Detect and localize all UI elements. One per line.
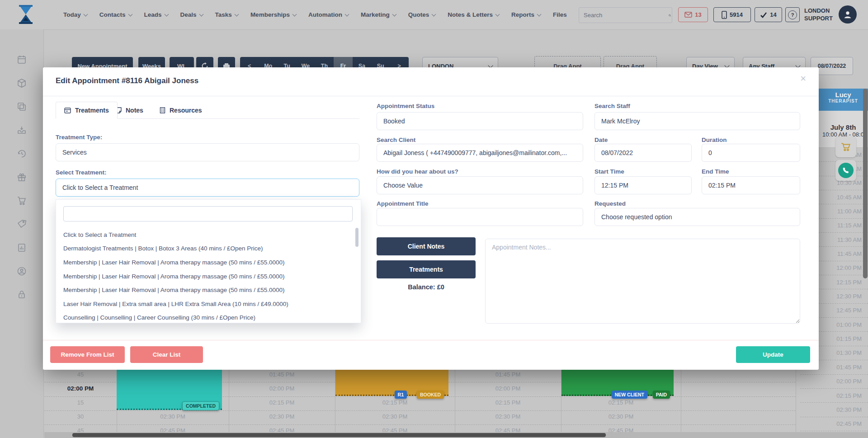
search-icon[interactable]	[668, 11, 672, 19]
nav-reports[interactable]: Reports	[511, 11, 541, 18]
dropdown-option[interactable]: Membership | Laser Hair Removal | Aroma …	[56, 283, 361, 297]
dropdown-option[interactable]: Membership | Laser Hair Removal | Aroma …	[56, 255, 361, 269]
clear-list-button[interactable]: Clear List	[130, 346, 203, 363]
time-slot[interactable]: 02:00 PM	[800, 375, 868, 389]
main-nav: Today Contacts Leads Deals Tasks Members…	[63, 0, 567, 29]
envelope-icon	[684, 12, 692, 18]
nav-notes-letters[interactable]: Notes & Letters	[448, 11, 499, 18]
appointment-block-completed[interactable]: COMPLETED	[117, 370, 222, 410]
status-badge-new-client: NEW CLIENT	[612, 391, 647, 399]
help-button[interactable]: ?	[785, 7, 800, 22]
user-avatar[interactable]	[839, 5, 857, 24]
dropdown-scrollbar-thumb[interactable]	[355, 228, 359, 247]
time-slot-label[interactable]: 02:15 PM	[561, 399, 681, 406]
price-tag-icon[interactable]	[17, 219, 27, 229]
close-icon[interactable]: ×	[800, 73, 806, 85]
time-slot-label[interactable]: 02:15 PM	[229, 399, 335, 406]
lock-icon[interactable]	[17, 290, 27, 300]
chevron-down-icon	[432, 12, 436, 16]
contact-icon[interactable]	[17, 266, 27, 276]
time-slot-label[interactable]: 02:30 PM	[561, 413, 681, 420]
treatments-button[interactable]: Treatments	[377, 260, 476, 278]
client-input[interactable]: Abigail Joness ( +447490009777, abigailj…	[377, 144, 583, 162]
treatment-options-list: Click to Select a TreatmentDermatologist…	[56, 228, 361, 323]
nav-deals[interactable]: Deals	[180, 11, 203, 18]
search-input[interactable]	[579, 12, 668, 19]
remove-from-list-button[interactable]: Remove From List	[50, 346, 125, 363]
select-treatment-combobox[interactable]: Click to Select a Treatment	[56, 179, 359, 197]
nav-automation[interactable]: Automation	[308, 11, 349, 18]
vertical-scrollbar[interactable]	[863, 89, 868, 278]
time-slot-label[interactable]: 02:00 PM	[455, 385, 561, 392]
pos-cart-button[interactable]	[835, 137, 856, 157]
nav-leads[interactable]: Leads	[144, 11, 168, 18]
time-slot-label[interactable]: 02:00 PM	[229, 385, 335, 392]
time-slot-label[interactable]: 02:15 PM	[335, 399, 455, 406]
time-slot-label[interactable]: 02:15 PM	[455, 399, 561, 406]
update-button[interactable]: Update	[736, 346, 810, 363]
call-button[interactable]	[835, 160, 856, 181]
time-slot-label[interactable]: 02:30 PM	[455, 413, 561, 420]
time-slot[interactable]: 02:30 PM	[800, 403, 868, 417]
appointment-block-new-client[interactable]: NEW CLIENT PAID	[561, 370, 674, 396]
status-select[interactable]: Booked	[377, 112, 583, 130]
start-time-input[interactable]: 12:15 PM	[594, 176, 692, 194]
nav-memberships[interactable]: Memberships	[250, 11, 296, 18]
nav-files[interactable]: Files	[553, 11, 567, 18]
package-icon[interactable]	[17, 78, 27, 88]
calendar-icon[interactable]	[17, 55, 27, 65]
time-slot[interactable]: 02:45 PM	[800, 417, 868, 431]
time-slot[interactable]: 02:15 PM	[800, 389, 868, 403]
global-search	[579, 7, 672, 23]
tab-resources[interactable]: Resources	[151, 102, 210, 119]
time-slot-label[interactable]: 02:30 PM	[229, 413, 335, 420]
nav-contacts[interactable]: Contacts	[99, 11, 132, 18]
time-slot-label[interactable]: 01:45 PM	[229, 371, 335, 378]
appointment-title-input[interactable]	[377, 208, 583, 226]
date-input[interactable]: 08/07/2022	[594, 144, 692, 162]
status-badge-paid: PAID	[653, 391, 670, 399]
nav-marketing[interactable]: Marketing	[361, 11, 396, 18]
mail-notifications-button[interactable]: 13	[678, 7, 708, 22]
time-slot-label[interactable]: 02:30 PM	[117, 413, 229, 420]
card-icon	[64, 108, 71, 113]
dropdown-option[interactable]: Membership | Laser Hair Removal | Aroma …	[56, 269, 361, 283]
duration-input[interactable]: 0	[702, 144, 800, 162]
tab-treatments[interactable]: Treatments	[56, 102, 118, 119]
dropdown-option[interactable]: Laser Hair Removal | Extra small area | …	[56, 297, 361, 311]
staff-input[interactable]: Mark McElroy	[594, 112, 800, 130]
horizontal-scrollbar-thumb[interactable]	[72, 433, 606, 437]
gutter-label: 15	[44, 399, 117, 406]
treatment-type-select[interactable]: Services	[56, 143, 359, 161]
dropdown-option[interactable]: Counselling | Counselling | Career Couns…	[56, 311, 361, 323]
task-count: 14	[770, 11, 776, 18]
copy-icon[interactable]	[17, 102, 27, 112]
nav-tasks[interactable]: Tasks	[215, 11, 238, 18]
client-notes-button[interactable]: Client Notes	[377, 237, 476, 255]
requested-select[interactable]: Choose requested option	[594, 208, 800, 226]
history-icon[interactable]	[17, 149, 27, 159]
chevron-down-icon	[292, 12, 297, 16]
building-icon	[160, 107, 165, 113]
appointment-notes-textarea[interactable]	[485, 239, 800, 324]
nav-quotes[interactable]: Quotes	[408, 11, 436, 18]
time-slot-label[interactable]: 01:45 PM	[455, 371, 561, 378]
report-icon[interactable]	[17, 243, 27, 253]
dropdown-option[interactable]: Click to Select a Treatment	[56, 228, 361, 242]
dropdown-option[interactable]: Dermatologist Treatments | Botox | Botox…	[56, 242, 361, 256]
tasks-done-button[interactable]: 14	[755, 7, 782, 22]
hear-about-select[interactable]: Choose Value	[377, 176, 583, 194]
treatment-dropdown-search-input[interactable]	[63, 206, 353, 221]
nav-today[interactable]: Today	[63, 11, 87, 18]
chevron-down-icon	[128, 12, 132, 16]
appointment-block-booked[interactable]: R1 BOOKED	[335, 370, 448, 396]
account-name: LONDON SUPPORT	[804, 7, 833, 22]
gift-icon[interactable]	[17, 172, 27, 182]
time-slot-label[interactable]: 02:30 PM	[335, 413, 455, 420]
cart-icon[interactable]	[17, 196, 27, 206]
chevron-down-icon	[199, 12, 203, 16]
sms-button[interactable]: 5914	[713, 7, 751, 22]
app-logo[interactable]	[17, 5, 34, 26]
inbox-icon[interactable]	[17, 125, 27, 135]
end-time-input[interactable]: 02:15 PM	[702, 176, 800, 194]
